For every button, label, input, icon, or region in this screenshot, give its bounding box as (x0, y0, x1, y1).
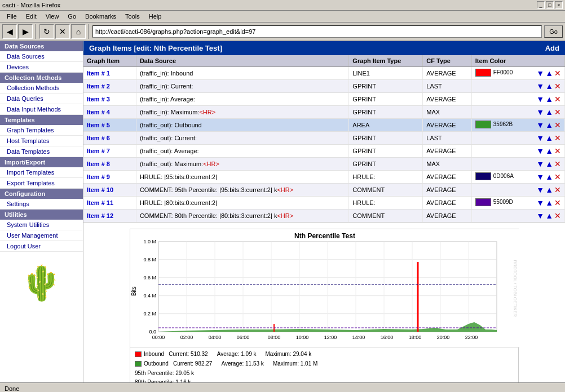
go-button[interactable]: Go (544, 25, 563, 38)
move-up-button[interactable]: ▲ (545, 185, 553, 194)
move-down-button[interactable]: ▼ (536, 108, 544, 117)
menu-tools[interactable]: Tools (121, 12, 144, 21)
delete-button[interactable]: ✕ (554, 69, 561, 78)
svg-text:20:00: 20:00 (437, 335, 450, 340)
move-down-button[interactable]: ▼ (536, 133, 544, 142)
datasource-cell: HRULE: |95:bits:0:current:2| (136, 171, 348, 184)
delete-button[interactable]: ✕ (554, 121, 561, 130)
datasource-cell: (traffic_in): Maximum:<HR> (136, 106, 348, 119)
sidebar-item-settings[interactable]: Settings (0, 199, 83, 210)
sidebar-section-templates[interactable]: Templates (0, 115, 83, 125)
add-button[interactable]: Add (545, 44, 559, 52)
cf-cell: MAX (423, 158, 471, 171)
menu-view[interactable]: View (41, 12, 64, 21)
move-down-button[interactable]: ▼ (536, 69, 544, 78)
sidebar-item-data-input-methods[interactable]: Data Input Methods (0, 104, 83, 115)
menu-go[interactable]: Go (63, 12, 81, 21)
svg-text:02:00: 02:00 (180, 335, 193, 340)
item-link[interactable]: Item # 12 (87, 212, 113, 219)
datasource-cell: (traffic_in): Inbound (136, 67, 348, 80)
sidebar-item-export-templates[interactable]: Export Templates (0, 178, 83, 189)
delete-button[interactable]: ✕ (554, 95, 561, 104)
move-down-button[interactable]: ▼ (536, 211, 544, 220)
menu-file[interactable]: File (2, 12, 21, 21)
forward-button[interactable]: ▶ (18, 24, 33, 39)
address-input[interactable] (92, 25, 542, 38)
delete-button[interactable]: ✕ (554, 172, 561, 181)
stop-button[interactable]: ✕ (55, 24, 70, 39)
move-up-button[interactable]: ▲ (545, 159, 553, 168)
sidebar-item-system-utilities[interactable]: System Utilities (0, 220, 83, 230)
home-button[interactable]: ⌂ (71, 24, 86, 39)
delete-button[interactable]: ✕ (554, 211, 561, 220)
sidebar-section-utilities[interactable]: Utilities (0, 210, 83, 220)
action-icons: ▼▲✕ (536, 172, 561, 181)
menu-bookmarks[interactable]: Bookmarks (81, 12, 121, 21)
sidebar-item-import-templates[interactable]: Import Templates (0, 167, 83, 178)
window-controls[interactable]: _ □ × (537, 1, 563, 9)
item-link[interactable]: Item # 6 (87, 135, 110, 141)
move-up-button[interactable]: ▲ (545, 172, 553, 181)
delete-button[interactable]: ✕ (554, 185, 561, 194)
svg-text:0.2 M: 0.2 M (143, 311, 156, 317)
move-up-button[interactable]: ▲ (545, 82, 553, 91)
move-down-button[interactable]: ▼ (536, 198, 544, 207)
move-up-button[interactable]: ▲ (545, 121, 553, 130)
delete-button[interactable]: ✕ (554, 82, 561, 91)
item-link[interactable]: Item # 5 (87, 122, 110, 128)
sidebar-item-devices[interactable]: Devices (0, 62, 83, 73)
move-down-button[interactable]: ▼ (536, 185, 544, 194)
move-down-button[interactable]: ▼ (536, 159, 544, 168)
delete-button[interactable]: ✕ (554, 198, 561, 207)
move-up-button[interactable]: ▲ (545, 69, 553, 78)
sidebar-section-importexport[interactable]: Import/Export (0, 157, 83, 167)
delete-button[interactable]: ✕ (554, 159, 561, 168)
move-up-button[interactable]: ▲ (545, 95, 553, 104)
item-link[interactable]: Item # 7 (87, 148, 110, 154)
move-up-button[interactable]: ▲ (545, 108, 553, 117)
close-button[interactable]: × (555, 1, 563, 9)
item-link[interactable]: Item # 4 (87, 109, 110, 115)
move-down-button[interactable]: ▼ (536, 172, 544, 181)
sidebar-item-datasources[interactable]: Data Sources (0, 51, 83, 62)
move-up-button[interactable]: ▲ (545, 198, 553, 207)
delete-button[interactable]: ✕ (554, 146, 561, 155)
sidebar-item-collection-methods[interactable]: Collection Methods (0, 83, 83, 93)
type-cell: GPRINT (349, 106, 423, 119)
move-up-button[interactable]: ▲ (545, 133, 553, 142)
item-link[interactable]: Item # 3 (87, 96, 110, 103)
menu-edit[interactable]: Edit (21, 12, 41, 21)
item-link[interactable]: Item # 11 (87, 199, 113, 206)
move-down-button[interactable]: ▼ (536, 82, 544, 91)
svg-text:1.0 M: 1.0 M (143, 239, 156, 244)
sidebar-item-user-management[interactable]: User Management (0, 230, 83, 241)
move-down-button[interactable]: ▼ (536, 146, 544, 155)
separator-2 (88, 24, 90, 39)
datasource-cell: HRULE: |80:bits:0:current:2| (136, 197, 348, 210)
sidebar-item-host-templates[interactable]: Host Templates (0, 136, 83, 146)
move-down-button[interactable]: ▼ (536, 121, 544, 130)
item-link[interactable]: Item # 1 (87, 70, 110, 77)
item-link[interactable]: Item # 2 (87, 83, 110, 90)
sidebar-item-logout[interactable]: Logout User (0, 241, 83, 252)
delete-button[interactable]: ✕ (554, 108, 561, 117)
sidebar-section-configuration[interactable]: Configuration (0, 189, 83, 199)
back-button[interactable]: ◀ (2, 24, 17, 39)
sidebar-item-data-templates[interactable]: Data Templates (0, 146, 83, 157)
maximize-button[interactable]: □ (546, 1, 554, 9)
item-link[interactable]: Item # 10 (87, 186, 113, 193)
reload-button[interactable]: ↻ (39, 24, 54, 39)
item-link[interactable]: Item # 8 (87, 161, 110, 167)
move-up-button[interactable]: ▲ (545, 146, 553, 155)
item-link[interactable]: Item # 9 (87, 173, 110, 180)
sidebar-section-collection[interactable]: Collection Methods (0, 73, 83, 83)
type-cell: GPRINT (349, 93, 423, 106)
move-down-button[interactable]: ▼ (536, 95, 544, 104)
menu-help[interactable]: Help (144, 12, 166, 21)
move-up-button[interactable]: ▲ (545, 211, 553, 220)
sidebar-section-datasources[interactable]: Data Sources (0, 41, 83, 51)
sidebar-item-graph-templates[interactable]: Graph Templates (0, 125, 83, 136)
delete-button[interactable]: ✕ (554, 133, 561, 142)
minimize-button[interactable]: _ (537, 1, 545, 9)
sidebar-item-data-queries[interactable]: Data Queries (0, 93, 83, 104)
